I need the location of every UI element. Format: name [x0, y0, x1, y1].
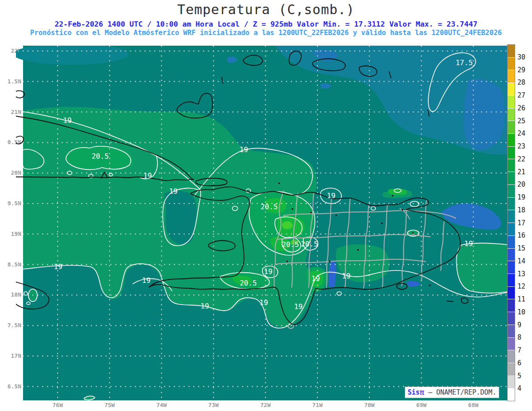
- contour-label: 20.5: [240, 279, 257, 287]
- colorbar-segment: [508, 45, 515, 58]
- contour-label: 19: [342, 272, 350, 280]
- colorbar-segment: [508, 147, 515, 160]
- colorbar-tick-label: 11: [517, 295, 525, 303]
- colorbar-tick-label: 28: [517, 78, 525, 86]
- colorbar-tick-label: 29: [517, 66, 525, 74]
- temperature-map-plot: 17.51920.51919191920.520.520.519191920.5…: [16, 46, 508, 401]
- contour-label: 19: [63, 116, 71, 125]
- contour-label: 19: [327, 192, 335, 200]
- colorbar-tick-label: 14: [517, 257, 525, 265]
- colorbar-tick-label: 17: [517, 219, 525, 227]
- contour-label: 19: [142, 276, 150, 285]
- contour-label: 19: [259, 298, 268, 307]
- lon-tick-label: 72W: [252, 402, 279, 408]
- colorbar-segment: [508, 134, 515, 147]
- contour-label: 19: [169, 187, 177, 196]
- colorbar-tick-label: 5: [517, 372, 521, 380]
- colorbar-segment: [508, 198, 515, 211]
- colorbar-segment: [508, 210, 515, 223]
- colorbar-tick-label: 25: [517, 117, 525, 125]
- colorbar-tick-label: 27: [517, 91, 525, 99]
- colorbar-tick-label: 12: [517, 282, 525, 290]
- colorbar-segment: [508, 172, 515, 185]
- lon-tick-label: 73W: [200, 402, 227, 408]
- contour-label: 19: [464, 239, 473, 248]
- colorbar-tick-label: 24: [517, 129, 525, 137]
- contour-label: 19: [294, 302, 302, 311]
- colorbar-tick-label: 9: [517, 321, 521, 329]
- colorbar-segment: [508, 121, 515, 134]
- model-info-line: Pronóstico con el Modelo Atmósferico WRF…: [0, 29, 532, 37]
- contour-label: 20.5: [282, 240, 299, 249]
- colorbar-segment: [508, 338, 515, 351]
- colorbar: [507, 44, 515, 401]
- colorbar-segment: [508, 83, 515, 96]
- colorbar-tick-label: 23: [517, 142, 525, 150]
- sispi-logo: Sis: [408, 388, 420, 396]
- contour-label: 20.5: [261, 203, 278, 211]
- colorbar-tick-label: 16: [517, 231, 525, 239]
- colorbar-segment: [508, 299, 515, 312]
- contour-label: 19: [311, 274, 320, 283]
- colorbar-segment: [508, 159, 515, 172]
- lon-tick-label: 68W: [460, 402, 487, 408]
- colorbar-segment: [508, 261, 515, 274]
- lon-tick-label: 76W: [44, 402, 71, 408]
- lon-tick-label: 74W: [148, 402, 175, 408]
- credit-box: Sisπ — ONAMET/REP.DOM.: [405, 387, 499, 398]
- lon-tick-label: 71W: [304, 402, 331, 408]
- contour-label: 20.5: [301, 240, 318, 248]
- weather-map-page: Temperatura (C,somb.) 22-Feb-2026 1400 U…: [0, 0, 532, 411]
- colorbar-tick-label: 6: [517, 359, 521, 367]
- colorbar-segment: [508, 223, 515, 236]
- colorbar-segment: [508, 236, 515, 249]
- contour-label: 19: [264, 267, 272, 276]
- credit-text: — ONAMET/REP.DOM.: [424, 388, 497, 396]
- colorbar-tick-label: 7: [517, 346, 521, 354]
- colorbar-tick-label: 21: [517, 168, 525, 176]
- colorbar-tick-label: 26: [517, 104, 525, 112]
- lon-tick-label: 75W: [96, 402, 123, 408]
- colorbar-segment: [508, 249, 515, 262]
- colorbar-tick-label: 10: [517, 308, 525, 316]
- contour-label: 19: [200, 302, 209, 310]
- colorbar-tick-label: 13: [517, 270, 525, 278]
- contour-label: 19: [54, 262, 62, 271]
- colorbar-tick-label: 15: [517, 244, 525, 252]
- contour-label: 20.5: [92, 152, 109, 160]
- contour-label: 19: [239, 145, 248, 154]
- header: Temperatura (C,somb.) 22-Feb-2026 1400 U…: [0, 0, 532, 37]
- colorbar-segment: [508, 325, 515, 338]
- chart-title: Temperatura (C,somb.): [0, 2, 532, 17]
- colorbar-segment: [508, 376, 515, 389]
- colorbar-tick-label: 20: [517, 180, 525, 188]
- colorbar-segment: [508, 274, 515, 287]
- lon-tick-label: 70W: [356, 402, 383, 408]
- contour-label: 19: [143, 172, 152, 180]
- colorbar-segment: [508, 109, 515, 121]
- colorbar-segment: [508, 388, 515, 401]
- colorbar-segment: [508, 287, 515, 300]
- colorbar-tick-label: 8: [517, 333, 521, 341]
- colorbar-tick-label: 30: [517, 53, 525, 61]
- pi-symbol: π: [420, 389, 424, 396]
- colorbar-segment: [508, 350, 515, 363]
- colorbar-tick-label: 22: [517, 155, 525, 163]
- colorbar-segment: [508, 363, 515, 376]
- colorbar-segment: [508, 185, 515, 198]
- colorbar-tick-label: 4: [517, 384, 521, 392]
- colorbar-segment: [508, 312, 515, 325]
- colorbar-tick-label: 18: [517, 206, 525, 214]
- lon-tick-label: 69W: [408, 402, 434, 408]
- contour-label: 17.5: [456, 59, 473, 67]
- colorbar-tick-label: 19: [517, 193, 525, 201]
- colorbar-segment: [508, 58, 515, 70]
- colorbar-segment: [508, 96, 515, 109]
- colorbar-segment: [508, 70, 515, 83]
- valid-time-line: 22-Feb-2026 1400 UTC / 10:00 am Hora Loc…: [0, 20, 532, 28]
